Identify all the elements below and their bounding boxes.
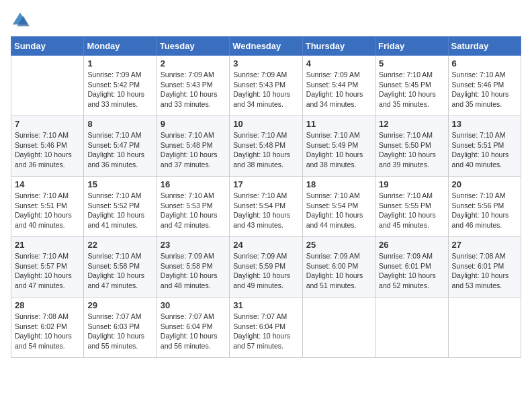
calendar-day-cell (448, 298, 521, 358)
day-info: Sunrise: 7:09 AM Sunset: 5:42 PM Dayligh… (87, 70, 152, 109)
calendar-day-cell: 5Sunrise: 7:10 AM Sunset: 5:45 PM Daylig… (375, 56, 448, 116)
day-number: 19 (379, 179, 444, 189)
calendar-day-cell: 1Sunrise: 7:09 AM Sunset: 5:42 PM Daylig… (84, 56, 157, 116)
day-info: Sunrise: 7:10 AM Sunset: 5:50 PM Dayligh… (379, 130, 444, 170)
day-of-week-header: Tuesday (157, 37, 229, 56)
day-info: Sunrise: 7:07 AM Sunset: 6:03 PM Dayligh… (87, 312, 152, 351)
day-number: 9 (161, 119, 226, 129)
day-info: Sunrise: 7:07 AM Sunset: 6:04 PM Dayligh… (233, 312, 298, 351)
day-number: 11 (306, 119, 371, 129)
day-info: Sunrise: 7:08 AM Sunset: 6:01 PM Dayligh… (452, 251, 517, 291)
day-info: Sunrise: 7:10 AM Sunset: 5:46 PM Dayligh… (452, 70, 517, 109)
calendar-day-cell: 29Sunrise: 7:07 AM Sunset: 6:03 PM Dayli… (84, 298, 157, 358)
calendar-day-cell: 21Sunrise: 7:10 AM Sunset: 5:57 PM Dayli… (11, 237, 84, 298)
day-number: 27 (452, 240, 517, 250)
day-info: Sunrise: 7:10 AM Sunset: 5:48 PM Dayligh… (161, 130, 226, 170)
day-number: 28 (15, 300, 80, 310)
calendar-day-cell (11, 56, 84, 116)
day-info: Sunrise: 7:09 AM Sunset: 5:44 PM Dayligh… (306, 70, 371, 109)
day-number: 7 (15, 119, 80, 129)
day-info: Sunrise: 7:10 AM Sunset: 5:54 PM Dayligh… (306, 191, 371, 230)
calendar-header-row: SundayMondayTuesdayWednesdayThursdayFrid… (11, 37, 521, 56)
calendar-day-cell: 22Sunrise: 7:10 AM Sunset: 5:58 PM Dayli… (84, 237, 157, 298)
day-info: Sunrise: 7:07 AM Sunset: 6:04 PM Dayligh… (161, 312, 226, 351)
day-number: 5 (379, 58, 444, 68)
day-number: 16 (161, 179, 226, 189)
day-info: Sunrise: 7:10 AM Sunset: 5:58 PM Dayligh… (87, 251, 152, 291)
day-number: 3 (233, 58, 298, 68)
day-number: 20 (452, 179, 517, 189)
page-header (11, 11, 521, 30)
logo (11, 11, 32, 30)
day-number: 30 (161, 300, 226, 310)
day-info: Sunrise: 7:10 AM Sunset: 5:51 PM Dayligh… (452, 130, 517, 170)
day-info: Sunrise: 7:10 AM Sunset: 5:55 PM Dayligh… (379, 191, 444, 230)
day-number: 31 (233, 300, 298, 310)
calendar-day-cell: 31Sunrise: 7:07 AM Sunset: 6:04 PM Dayli… (230, 298, 302, 358)
calendar-day-cell: 18Sunrise: 7:10 AM Sunset: 5:54 PM Dayli… (302, 177, 375, 237)
day-info: Sunrise: 7:10 AM Sunset: 5:56 PM Dayligh… (452, 191, 517, 230)
day-info: Sunrise: 7:10 AM Sunset: 5:57 PM Dayligh… (15, 251, 80, 291)
calendar-day-cell: 19Sunrise: 7:10 AM Sunset: 5:55 PM Dayli… (375, 177, 448, 237)
calendar-week-row: 21Sunrise: 7:10 AM Sunset: 5:57 PM Dayli… (11, 237, 521, 298)
calendar-day-cell: 2Sunrise: 7:09 AM Sunset: 5:43 PM Daylig… (157, 56, 229, 116)
day-number: 25 (306, 240, 371, 250)
day-info: Sunrise: 7:10 AM Sunset: 5:49 PM Dayligh… (306, 130, 371, 170)
calendar-day-cell: 28Sunrise: 7:08 AM Sunset: 6:02 PM Dayli… (11, 298, 84, 358)
calendar-week-row: 1Sunrise: 7:09 AM Sunset: 5:42 PM Daylig… (11, 56, 521, 116)
calendar-table: SundayMondayTuesdayWednesdayThursdayFrid… (11, 36, 521, 358)
day-info: Sunrise: 7:10 AM Sunset: 5:45 PM Dayligh… (379, 70, 444, 109)
day-of-week-header: Monday (84, 37, 157, 56)
day-of-week-header: Wednesday (230, 37, 302, 56)
calendar-day-cell: 20Sunrise: 7:10 AM Sunset: 5:56 PM Dayli… (448, 177, 521, 237)
calendar-day-cell (302, 298, 375, 358)
day-info: Sunrise: 7:09 AM Sunset: 5:43 PM Dayligh… (161, 70, 226, 109)
day-info: Sunrise: 7:10 AM Sunset: 5:51 PM Dayligh… (15, 191, 80, 230)
calendar-day-cell: 23Sunrise: 7:09 AM Sunset: 5:58 PM Dayli… (157, 237, 229, 298)
calendar-day-cell: 26Sunrise: 7:09 AM Sunset: 6:01 PM Dayli… (375, 237, 448, 298)
calendar-day-cell: 13Sunrise: 7:10 AM Sunset: 5:51 PM Dayli… (448, 116, 521, 177)
day-number: 29 (87, 300, 152, 310)
calendar-day-cell: 3Sunrise: 7:09 AM Sunset: 5:43 PM Daylig… (230, 56, 302, 116)
calendar-day-cell: 8Sunrise: 7:10 AM Sunset: 5:47 PM Daylig… (84, 116, 157, 177)
day-number: 13 (452, 119, 517, 129)
calendar-day-cell: 24Sunrise: 7:09 AM Sunset: 5:59 PM Dayli… (230, 237, 302, 298)
calendar-day-cell: 7Sunrise: 7:10 AM Sunset: 5:46 PM Daylig… (11, 116, 84, 177)
logo-icon (11, 11, 30, 30)
calendar-day-cell: 9Sunrise: 7:10 AM Sunset: 5:48 PM Daylig… (157, 116, 229, 177)
day-info: Sunrise: 7:10 AM Sunset: 5:53 PM Dayligh… (161, 191, 226, 230)
calendar-day-cell: 17Sunrise: 7:10 AM Sunset: 5:54 PM Dayli… (230, 177, 302, 237)
calendar-day-cell (375, 298, 448, 358)
day-number: 10 (233, 119, 298, 129)
day-number: 8 (87, 119, 152, 129)
day-info: Sunrise: 7:10 AM Sunset: 5:46 PM Dayligh… (15, 130, 80, 170)
calendar-day-cell: 30Sunrise: 7:07 AM Sunset: 6:04 PM Dayli… (157, 298, 229, 358)
day-info: Sunrise: 7:10 AM Sunset: 5:52 PM Dayligh… (87, 191, 152, 230)
day-info: Sunrise: 7:09 AM Sunset: 6:00 PM Dayligh… (306, 251, 371, 291)
calendar-day-cell: 16Sunrise: 7:10 AM Sunset: 5:53 PM Dayli… (157, 177, 229, 237)
day-number: 23 (161, 240, 226, 250)
day-number: 17 (233, 179, 298, 189)
calendar-week-row: 7Sunrise: 7:10 AM Sunset: 5:46 PM Daylig… (11, 116, 521, 177)
day-number: 1 (87, 58, 152, 68)
day-number: 15 (87, 179, 152, 189)
calendar-day-cell: 12Sunrise: 7:10 AM Sunset: 5:50 PM Dayli… (375, 116, 448, 177)
day-info: Sunrise: 7:10 AM Sunset: 5:54 PM Dayligh… (233, 191, 298, 230)
day-number: 12 (379, 119, 444, 129)
calendar-day-cell: 10Sunrise: 7:10 AM Sunset: 5:48 PM Dayli… (230, 116, 302, 177)
day-number: 6 (452, 58, 517, 68)
day-info: Sunrise: 7:09 AM Sunset: 6:01 PM Dayligh… (379, 251, 444, 291)
day-of-week-header: Sunday (11, 37, 84, 56)
calendar-day-cell: 6Sunrise: 7:10 AM Sunset: 5:46 PM Daylig… (448, 56, 521, 116)
day-info: Sunrise: 7:10 AM Sunset: 5:48 PM Dayligh… (233, 130, 298, 170)
day-number: 22 (87, 240, 152, 250)
day-number: 26 (379, 240, 444, 250)
calendar-week-row: 28Sunrise: 7:08 AM Sunset: 6:02 PM Dayli… (11, 298, 521, 358)
day-number: 21 (15, 240, 80, 250)
day-info: Sunrise: 7:10 AM Sunset: 5:47 PM Dayligh… (87, 130, 152, 170)
day-of-week-header: Saturday (448, 37, 521, 56)
day-of-week-header: Thursday (302, 37, 375, 56)
day-number: 18 (306, 179, 371, 189)
day-number: 14 (15, 179, 80, 189)
day-info: Sunrise: 7:08 AM Sunset: 6:02 PM Dayligh… (15, 312, 80, 351)
